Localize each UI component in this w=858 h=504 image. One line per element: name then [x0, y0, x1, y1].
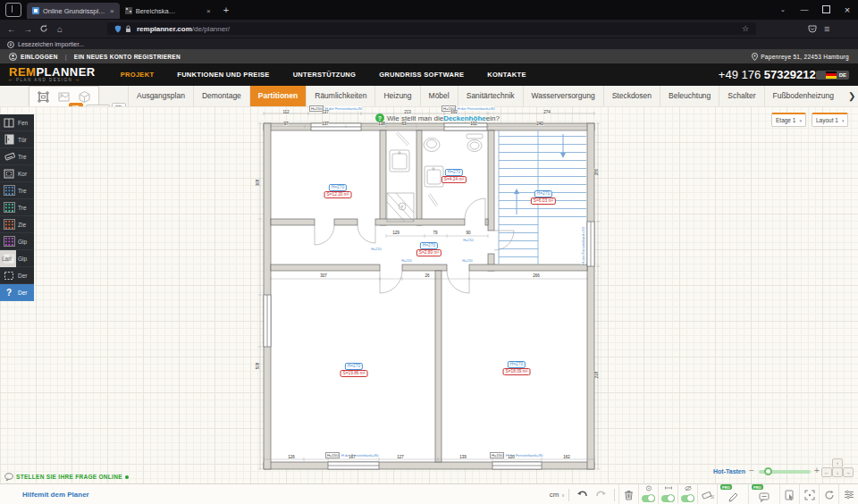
chat-question-link[interactable]: STELLEN SIE IHRE FRAGE ONLINE	[4, 473, 129, 481]
room-area-label[interactable]: S=4.24 m²	[442, 176, 467, 183]
zoom-in-button[interactable]: +	[814, 466, 820, 475]
back-button[interactable]: ←	[4, 24, 20, 34]
nav-grundriss-software[interactable]: GRUNDRISS SOFTWARE	[379, 71, 464, 79]
window-maximize-button[interactable]	[815, 5, 837, 15]
nav-kontakte[interactable]: KONTAKTE	[487, 71, 526, 79]
site-logo[interactable]: REMPLANNER ⟝ PLAN AND DESIGN ⟞	[9, 66, 96, 83]
zoom-slider[interactable]	[759, 470, 811, 474]
tab-steckdosen[interactable]: Steckdosen	[603, 86, 660, 106]
nav-projekt[interactable]: PROJEKT	[121, 71, 155, 79]
palette-item-trennwand-blau[interactable]: Tre	[0, 182, 34, 199]
tab-raeumlichkeiten[interactable]: Räumlichkeiten	[306, 86, 374, 106]
bookmark-star-icon[interactable]: ☆	[742, 24, 749, 33]
help-hint[interactable]: ? Wie stellt man die Deckenhöhe ein?	[375, 113, 500, 122]
plan-2d-icon[interactable]	[37, 90, 50, 104]
room-height-label[interactable]: H=270	[345, 363, 363, 370]
zoom-out-button[interactable]: −	[749, 466, 754, 475]
nav-funktionen[interactable]: FUNKTIONEN UND PREISE	[177, 71, 269, 79]
new-tab-button[interactable]: +	[223, 4, 229, 15]
forward-button[interactable]: →	[20, 24, 36, 34]
tab-wasserversorgung[interactable]: Wasserversorgung	[523, 86, 603, 106]
tab-demontage[interactable]: Demontage	[193, 86, 249, 106]
lock-icon[interactable]	[125, 25, 131, 33]
tab-close-icon[interactable]: ×	[110, 7, 114, 15]
tab-schalter[interactable]: Schalter	[719, 86, 763, 106]
palette-item-hilfe[interactable]: ?Der	[0, 284, 34, 301]
layout-selector[interactable]: Layout 1▾	[812, 113, 848, 127]
fit-view-button[interactable]	[799, 484, 819, 504]
pan-down-button[interactable]: ↓	[832, 467, 843, 477]
palette-item-korridor[interactable]: Kor	[0, 165, 34, 182]
room-area-label[interactable]: S=2.80 m²	[416, 249, 442, 256]
palette-item-lamellen[interactable]: Lan	[0, 250, 16, 267]
delete-button[interactable]	[618, 484, 638, 504]
palette-item-gips[interactable]: Gip	[0, 233, 34, 250]
menu-hamburger-icon[interactable]: ≡	[824, 23, 829, 34]
room-area-label[interactable]: S=19.86 m²	[341, 370, 368, 377]
planner-help-link[interactable]: Hilfemit dem Planer	[22, 491, 89, 499]
firefox-view-icon[interactable]	[5, 3, 21, 17]
palette-item-tuer[interactable]: Tür	[0, 131, 34, 148]
undo-button[interactable]	[573, 484, 592, 504]
tab-fussbodenheizung[interactable]: Fußbodenheizung	[764, 86, 843, 106]
register-link[interactable]: EIN NEUES KONTO REGISTRIEREN	[74, 54, 181, 60]
room-area-label[interactable]: S=18.09 m²	[503, 368, 531, 375]
tab-heizung[interactable]: Heizung	[374, 86, 419, 106]
reload-button[interactable]	[36, 24, 52, 33]
phone-number[interactable]: +49 176 57329212	[719, 68, 816, 81]
pan-left-button[interactable]: ←	[821, 467, 832, 477]
shield-icon[interactable]	[114, 25, 122, 33]
tab-partitionen[interactable]: Partitionen	[249, 86, 306, 106]
annotate-button[interactable]: PRO	[717, 484, 748, 504]
zoom-slider-knob[interactable]	[764, 467, 772, 475]
toggle-visibility[interactable]	[677, 484, 697, 504]
pocket-save-icon[interactable]	[808, 24, 817, 33]
language-selector[interactable]: DE	[816, 71, 849, 80]
unit-selector[interactable]: cm∨	[550, 491, 565, 499]
address-field[interactable]: remplanner.com/de/planner/ ☆	[107, 22, 756, 35]
palette-item-ziegel[interactable]: Zie	[0, 216, 34, 233]
hint-link[interactable]: Deckenhöhe	[443, 114, 486, 122]
room-height-label[interactable]: H=270	[508, 361, 526, 368]
room-area-label[interactable]: S=6.03 m²	[531, 197, 556, 205]
room-height-label[interactable]: H=270	[420, 242, 438, 249]
comments-button[interactable]: PRO	[748, 484, 779, 504]
room-height-label[interactable]: H=270	[445, 169, 463, 176]
toggle-dimensions[interactable]	[658, 484, 677, 504]
dimension-label: 79	[433, 231, 437, 235]
home-button[interactable]: ⌂	[52, 24, 68, 34]
window-close-button[interactable]: ×	[837, 4, 858, 15]
login-link[interactable]: EINLOGGEN	[21, 54, 58, 60]
room-height-label[interactable]: H=270	[534, 190, 552, 197]
palette-item-treppe[interactable]: Tre	[0, 148, 34, 165]
walls-view-icon[interactable]	[57, 90, 71, 104]
palette-item-auswahl[interactable]: Der	[0, 267, 34, 284]
browser-tab-2[interactable]: Bereichskalender ×	[120, 3, 216, 19]
tab-sanitaertechnik[interactable]: Sanitärtechnik	[458, 86, 523, 106]
tab-ausgangsplan[interactable]: Ausgangsplan	[128, 86, 193, 106]
window-minimize-button[interactable]: —	[794, 5, 815, 14]
redo-button[interactable]	[592, 484, 610, 504]
rotate-button[interactable]	[819, 484, 838, 504]
palette-item-trennwand-gruen[interactable]: Tre	[0, 199, 34, 216]
etage-selector[interactable]: Etage 1▾	[771, 113, 806, 127]
palette-item-fenster[interactable]: Fen	[0, 114, 34, 131]
eraser-size-button[interactable]: 50	[697, 484, 717, 504]
pan-right-button[interactable]: →	[843, 467, 854, 477]
tab-beleuchtung[interactable]: Beleuchtung	[660, 86, 719, 106]
browser-tab-active[interactable]: Online Grundrissplaner und De ×	[27, 3, 120, 19]
import-bookmarks-label[interactable]: Lesezeichen importier...	[18, 41, 84, 47]
tab-list-chevron-icon[interactable]: ⌄	[772, 6, 794, 13]
hotkeys-link[interactable]: Hot-Tasten	[713, 468, 745, 475]
tab-close-icon[interactable]: ×	[206, 7, 211, 15]
tabs-scroll-right-button[interactable]: ❯	[842, 86, 858, 106]
floor-plan[interactable]	[253, 106, 603, 476]
room-area-label[interactable]: S=12.20 m²	[324, 191, 352, 198]
settings-sliders-button[interactable]	[838, 484, 858, 504]
tab-moebel[interactable]: Möbel	[420, 86, 458, 106]
select-page-button[interactable]	[779, 484, 799, 504]
nav-unterstuetzung[interactable]: UNTERSTÜTZUNG	[293, 71, 357, 79]
toggle-snap[interactable]	[638, 484, 658, 504]
room-height-label[interactable]: H=270	[329, 184, 347, 191]
view-3d-icon[interactable]	[78, 90, 91, 104]
